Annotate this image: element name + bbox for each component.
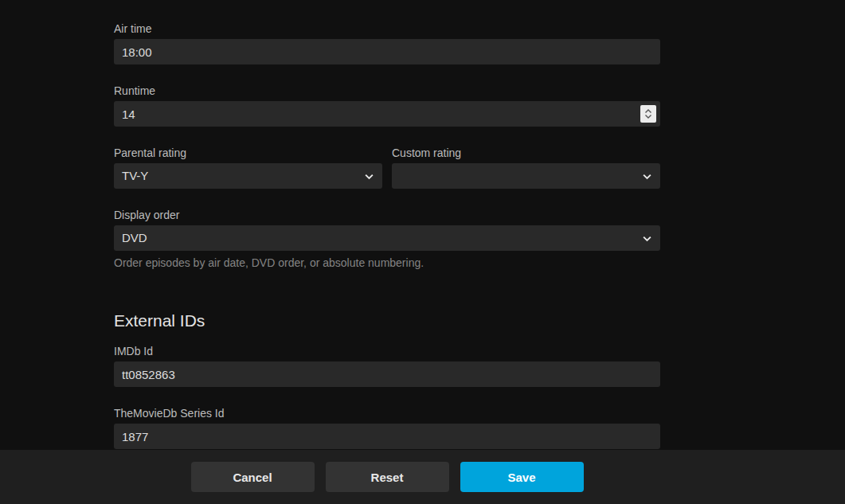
tmdb-series-id-field: TheMovieDb Series Id xyxy=(114,408,660,449)
parental-rating-label: Parental rating xyxy=(114,147,382,158)
chevron-down-icon xyxy=(363,170,375,182)
imdb-id-label: IMDb Id xyxy=(114,346,660,357)
spinner-down-icon xyxy=(644,114,652,119)
display-order-label: Display order xyxy=(114,209,660,221)
custom-rating-label: Custom rating xyxy=(392,147,660,158)
number-spinner[interactable] xyxy=(640,105,656,123)
parental-rating-value: TV-Y xyxy=(122,169,148,182)
parental-rating-field: Parental rating TV-Y xyxy=(114,147,382,189)
display-order-field: Display order DVD Order episodes by air … xyxy=(114,209,660,269)
ratings-row: Parental rating TV-Y Custom rating xyxy=(114,147,660,189)
save-button[interactable]: Save xyxy=(460,462,584,492)
air-time-label: Air time xyxy=(114,23,660,34)
reset-button[interactable]: Reset xyxy=(326,462,449,492)
air-time-field: Air time xyxy=(114,23,660,64)
spinner-up-icon xyxy=(644,108,652,114)
runtime-field: Runtime xyxy=(114,85,660,127)
display-order-description: Order episodes by air date, DVD order, o… xyxy=(114,256,660,269)
chevron-down-icon xyxy=(641,232,653,244)
runtime-label: Runtime xyxy=(114,85,660,96)
imdb-id-field: IMDb Id xyxy=(114,346,660,387)
form-footer: Cancel Reset Save xyxy=(0,450,845,504)
chevron-down-icon xyxy=(641,170,653,182)
custom-rating-field: Custom rating xyxy=(392,147,660,189)
parental-rating-select[interactable]: TV-Y xyxy=(114,163,382,189)
footer-buttons: Cancel Reset Save xyxy=(114,450,660,504)
display-order-select[interactable]: DVD xyxy=(114,225,660,251)
custom-rating-select[interactable] xyxy=(392,163,660,189)
imdb-id-input[interactable] xyxy=(114,361,660,387)
external-ids-heading: External IDs xyxy=(114,311,660,330)
air-time-input[interactable] xyxy=(114,39,660,64)
cancel-button[interactable]: Cancel xyxy=(191,462,315,492)
runtime-input[interactable] xyxy=(114,101,660,127)
metadata-edit-form: Air time Runtime Parental rating TV-Y Cu… xyxy=(114,23,660,470)
tmdb-series-id-label: TheMovieDb Series Id xyxy=(114,408,660,419)
tmdb-series-id-input[interactable] xyxy=(114,424,660,449)
display-order-value: DVD xyxy=(122,231,147,244)
